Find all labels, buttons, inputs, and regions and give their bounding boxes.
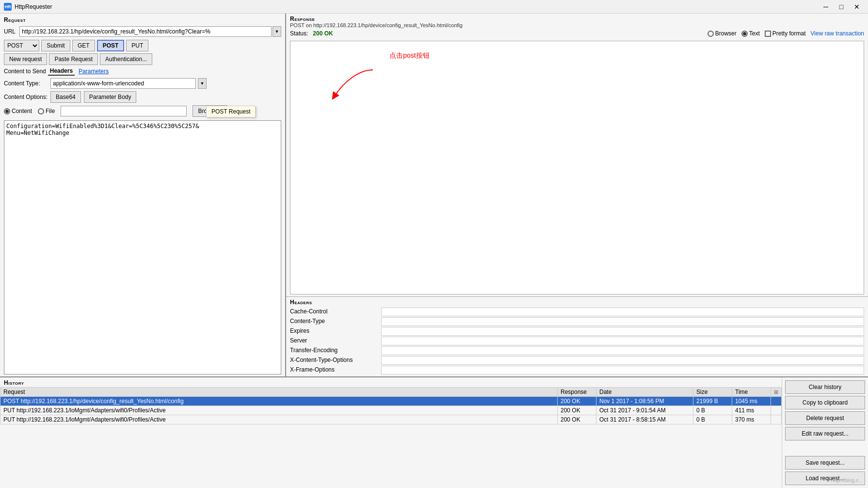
parameters-tab[interactable]: Parameters	[77, 67, 111, 75]
pretty-format-checkbox[interactable]: Pretty format	[765, 30, 806, 37]
row-icon-3	[771, 415, 782, 424]
text-radio-item[interactable]: Text	[741, 30, 760, 37]
table-row[interactable]: PUT http://192.168.223.1/loMgmt/Adapters…	[0, 406, 782, 415]
url-label: URL	[4, 28, 16, 35]
header-cache-control-key: Cache-Control	[290, 308, 377, 316]
file-radio-circle	[38, 108, 44, 114]
header-content-type-key: Content-Type	[290, 317, 377, 326]
app-icon: HR	[4, 3, 12, 11]
row-response-1: 200 OK	[558, 397, 596, 406]
method-button-row: POST GET PUT DELETE Submit GET POST PUT …	[0, 39, 285, 52]
header-x-frame-options-key: X-Frame-Options	[290, 366, 377, 374]
delete-request-button[interactable]: Delete request	[785, 411, 865, 425]
url-input[interactable]	[19, 26, 272, 37]
row-size-1: 21999 B	[693, 397, 732, 406]
row-request-2: PUT http://192.168.223.1/loMgmt/Adapters…	[0, 406, 558, 415]
close-button[interactable]: ✕	[850, 2, 864, 12]
content-radio-item[interactable]: Content	[4, 108, 32, 114]
content-radio-label: Content	[12, 108, 32, 114]
history-table-header-row: Request Response Date Size Time ⊞	[0, 388, 782, 397]
header-transfer-encoding-value[interactable]	[381, 346, 864, 355]
actions-button-row: New request Paste Request Authentication…	[0, 52, 285, 66]
row-date-1: Nov 1 2017 - 1:08:56 PM	[596, 397, 693, 406]
window-controls: ─ □ ✕	[819, 2, 864, 12]
status-label: Status:	[290, 30, 308, 37]
submit-button[interactable]: Submit	[41, 40, 70, 51]
row-icon-1	[771, 397, 782, 406]
edit-raw-request-button[interactable]: Edit raw request...	[785, 427, 865, 440]
headers-title: Headers	[290, 299, 864, 306]
text-radio-label: Text	[749, 30, 760, 37]
row-size-2: 0 B	[693, 406, 732, 415]
url-row: URL ▼	[0, 24, 285, 39]
maximize-button[interactable]: □	[834, 2, 849, 12]
history-buttons-panel: Clear history Copy to clipboard Delete r…	[782, 377, 868, 488]
content-type-row: Content Type: ▼	[0, 77, 285, 90]
headers-tab[interactable]: Headers	[48, 67, 75, 76]
new-request-button[interactable]: New request	[4, 53, 47, 65]
header-x-content-type-key: X-Content-Type-Options	[290, 356, 377, 365]
file-radio-label: File	[46, 108, 55, 114]
content-type-label: Content Type:	[4, 80, 48, 87]
response-url-info: POST on http://192.168.223.1/hp/device/c…	[286, 22, 868, 29]
content-to-send-label: Content to Send	[4, 68, 46, 75]
header-x-content-type-value[interactable]	[381, 356, 864, 365]
history-section-header: History	[0, 377, 782, 387]
main-layout: Request URL ▼ POST GET PUT DELETE Submit…	[0, 14, 868, 376]
row-size-3: 0 B	[693, 415, 732, 424]
header-x-frame-options-value[interactable]	[381, 366, 864, 374]
post-request-tooltip: POST Request	[206, 106, 256, 117]
header-content-type-value[interactable]	[381, 317, 864, 326]
history-section: History Request Response Date Size Time …	[0, 376, 868, 488]
row-request-1: POST http://192.168.223.1/hp/device/conf…	[0, 397, 558, 406]
app-title: HttpRequester	[15, 3, 52, 10]
content-type-input[interactable]	[50, 78, 196, 89]
row-icon-2	[771, 406, 782, 415]
header-server-key: Server	[290, 337, 377, 345]
minimize-button[interactable]: ─	[819, 2, 833, 12]
left-panel: Request URL ▼ POST GET PUT DELETE Submit…	[0, 14, 286, 376]
header-expires-key: Expires	[290, 327, 377, 336]
url-dropdown-button[interactable]: ▼	[273, 26, 281, 37]
content-textarea[interactable]: Configuration=WifiEnabled%3D1&Clear=%5C3…	[4, 120, 281, 374]
browser-radio-item[interactable]: Browser	[707, 30, 737, 37]
copy-to-clipboard-button[interactable]: Copy to clipboard	[785, 396, 865, 409]
file-radio-item[interactable]: File	[38, 108, 55, 114]
history-table-area: History Request Response Date Size Time …	[0, 377, 782, 488]
pretty-format-checkbox-box	[765, 31, 771, 37]
content-to-send-row: Content to Send Headers Parameters	[0, 66, 285, 77]
save-request-button[interactable]: Save request...	[785, 456, 865, 470]
put-button[interactable]: PUT	[126, 40, 148, 51]
table-row[interactable]: PUT http://192.168.223.1/loMgmt/Adapters…	[0, 415, 782, 424]
row-request-3: PUT http://192.168.223.1/loMgmt/Adapters…	[0, 415, 558, 424]
browser-radio-circle	[707, 31, 714, 37]
method-select[interactable]: POST GET PUT DELETE	[4, 40, 39, 51]
header-expires-value[interactable]	[381, 327, 864, 336]
row-response-2: 200 OK	[558, 406, 596, 415]
parameter-body-button[interactable]: Parameter Body	[84, 91, 137, 103]
content-type-dropdown-button[interactable]: ▼	[198, 78, 207, 89]
clear-history-button[interactable]: Clear history	[785, 380, 865, 394]
text-radio-circle	[741, 31, 748, 37]
get-button[interactable]: GET	[72, 40, 95, 51]
row-time-2: 411 ms	[732, 406, 771, 415]
base64-button[interactable]: Base64	[50, 91, 81, 103]
annotation-text: 点击post按钮	[389, 51, 429, 59]
file-path-input[interactable]	[61, 106, 187, 116]
header-cache-control-value[interactable]	[381, 308, 864, 316]
post-button[interactable]: POST	[97, 40, 125, 51]
content-radio-circle	[4, 108, 10, 114]
header-server-value[interactable]	[381, 337, 864, 345]
col-time: Time	[732, 388, 771, 397]
row-time-1: 1045 ms	[732, 397, 771, 406]
paste-request-button[interactable]: Paste Request	[49, 53, 98, 65]
status-value: 200 OK	[313, 30, 333, 37]
authentication-button[interactable]: Authentication...	[100, 53, 152, 65]
view-raw-transaction-link[interactable]: View raw transaction	[811, 30, 865, 37]
header-transfer-encoding-key: Transfer-Encoding	[290, 346, 377, 355]
headers-grid: Cache-Control Content-Type Expires Serve…	[290, 308, 864, 374]
table-row[interactable]: POST http://192.168.223.1/hp/device/conf…	[0, 397, 782, 406]
red-arrow-svg	[329, 67, 387, 106]
pretty-format-label: Pretty format	[772, 30, 806, 37]
annotation-container: 点击post按钮	[290, 41, 864, 70]
